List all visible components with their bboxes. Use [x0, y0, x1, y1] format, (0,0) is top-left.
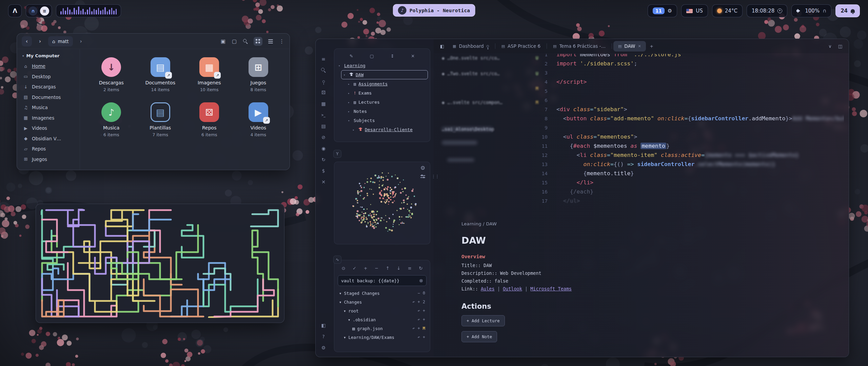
explorer-item-subjects[interactable]: ▾Subjects [346, 116, 428, 125]
launcher-button[interactable]: Λ [8, 4, 22, 17]
explorer-item-exams[interactable]: ▸!Exams [346, 88, 428, 98]
note-link-outlook[interactable]: Outlook [503, 286, 522, 291]
note-link-microsoft-teams[interactable]: Microsoft Teams [530, 286, 572, 291]
camera-icon[interactable]: ◉ [319, 144, 328, 153]
sidebar-item-imagenes[interactable]: ▦Imagenes [20, 113, 76, 123]
updates-widget[interactable]: 11 ⚙ [648, 4, 677, 17]
git-badge[interactable]: + [418, 300, 420, 304]
new-tab-button[interactable]: + [647, 42, 656, 50]
graph-tools-button[interactable]: ∿ [333, 256, 341, 264]
git-badge[interactable]: + [423, 335, 425, 340]
book-icon[interactable]: ▤ [319, 122, 328, 130]
dice-icon[interactable]: ⚄ [319, 88, 328, 97]
now-playing-widget[interactable]: ♪ Polyphia - Neurotica [393, 4, 475, 17]
tab-daw[interactable]: ▤DAW✕ [613, 41, 646, 52]
folder-musica[interactable]: ♪Musica6 items [87, 98, 136, 140]
breadcrumb[interactable]: ⌂ matt [48, 36, 73, 46]
sync-icon[interactable]: ↻ [319, 155, 328, 164]
folder-descargas[interactable]: ↓Descargas2 items [87, 53, 136, 95]
git-row-actions[interactable]: ↶+2 [412, 300, 425, 304]
changelist-icon[interactable]: ≡ [407, 264, 413, 272]
terminal-icon[interactable]: >_ [319, 110, 328, 119]
git-item-graph-json[interactable]: ▤graph.json↶+M [337, 324, 427, 333]
search-icon[interactable] [319, 66, 328, 75]
sidebar-item-desktop[interactable]: ▭Desktop [20, 72, 76, 82]
tab-tema-6-pr-cticas-[interactable]: ▤Tema 6 Prácticas -… [548, 41, 610, 52]
v​ault-switcher-icon[interactable]: ◧ [319, 321, 328, 330]
sidebar-section-title[interactable]: ▾My Computer [20, 52, 76, 61]
graph-settings-icon[interactable]: ⚙ [419, 164, 427, 171]
note-link-aules[interactable]: Aules [481, 286, 495, 291]
files-icon[interactable]: ≡ [319, 55, 328, 63]
tab-dashboard[interactable]: ▦Dashboard [448, 41, 494, 52]
menu-icon[interactable]: ⋮ [279, 37, 285, 46]
currency-icon[interactable]: $ [319, 166, 328, 175]
graph-view[interactable] [334, 162, 430, 244]
sidebar-item-musica[interactable]: ♫Musica [20, 102, 76, 113]
tab-overflow-icon[interactable]: ∨ [826, 42, 834, 50]
action-button--add-note[interactable]: + Add Note [461, 331, 497, 342]
back-button[interactable]: ‹ [22, 36, 32, 46]
git-badge[interactable]: 2 [423, 300, 425, 304]
notes-icon[interactable]: ≡ [40, 6, 49, 16]
volume-widget[interactable]: 100% ∩ [791, 4, 831, 17]
pull-icon[interactable]: ↓ [396, 264, 402, 272]
action-button--add-lecture[interactable]: + Add Lecture [461, 315, 505, 326]
stage-all-icon[interactable]: + [362, 264, 369, 272]
tab-asp-practice-6[interactable]: ▤ASP Practice 6 [497, 41, 545, 52]
headset-icon[interactable]: ∩ [28, 6, 38, 16]
git-row-actions[interactable]: ↶+M [412, 326, 425, 331]
explorer-item-lectures[interactable]: ▸▤Lectures [346, 98, 428, 107]
sidebar-item-obsidian-v-[interactable]: ◆Obsidian V… [20, 134, 76, 144]
sidebar-item-videos[interactable]: ▶Videos [20, 123, 76, 134]
git-badge[interactable]: + [423, 308, 425, 313]
sidebar-item-home[interactable]: ⌂Home [20, 61, 76, 72]
unstage-all-icon[interactable]: − [374, 264, 380, 272]
panel-resize-handle[interactable]: ⋮⋮ [431, 174, 439, 179]
broken-link-icon[interactable]: ⊘ [319, 133, 328, 142]
pin-icon[interactable] [319, 77, 328, 86]
collapse-icon[interactable]: ✕ [410, 52, 416, 60]
sidebar-item-juegos[interactable]: ⊞Juegos [20, 154, 76, 165]
explorer-item-assignments[interactable]: ▸▤Assignments [346, 79, 428, 88]
git-row-actions[interactable]: ↶+ [418, 335, 425, 340]
git-item-learning-daw-exams[interactable]: ▾Learning/DAW/Exams↶+ [337, 333, 427, 342]
git-badge[interactable]: ↶ [418, 308, 420, 313]
folder-repos[interactable]: ⚄Repos6 items [185, 98, 234, 140]
help-icon[interactable]: ? [319, 332, 328, 341]
notifications-widget[interactable]: 24 [835, 4, 860, 17]
git-row-actions[interactable]: ↶+ [418, 317, 425, 322]
git-row-actions[interactable]: ↶+ [418, 308, 425, 313]
clock-widget[interactable]: 18:08:28 [747, 4, 787, 17]
graph-filter-icon[interactable] [419, 173, 427, 180]
calendar-icon[interactable]: ▦ [319, 99, 328, 108]
refresh-icon[interactable]: ↻ [418, 264, 424, 272]
new-folder-icon[interactable]: ▢ [369, 52, 375, 60]
git-badge[interactable]: ↶ [412, 326, 415, 331]
keyboard-layout-widget[interactable]: US [681, 4, 708, 17]
git-badge[interactable]: ↶ [412, 300, 415, 304]
git-item-changes[interactable]: ▾Changes↶+2 [337, 298, 427, 306]
note-breadcrumb[interactable]: Learning / DAW [461, 221, 726, 226]
git-badge[interactable]: + [418, 326, 420, 331]
push-icon[interactable]: ↑ [384, 264, 391, 272]
git-badge[interactable]: 0 [423, 291, 425, 296]
folder-juegos[interactable]: ⊞Juegos8 items [234, 53, 283, 95]
explorer-item-daw[interactable]: ▾DAW [341, 70, 428, 79]
sidebar-toggle-icon[interactable]: ◧ [438, 42, 447, 50]
git-badge[interactable]: ↶ [418, 335, 420, 340]
sidebar-item-documentos[interactable]: ▤Documentos [20, 92, 76, 103]
git-branch-button[interactable]: Y [333, 150, 341, 158]
commit-icon[interactable]: ✓ [352, 264, 358, 272]
git-item-staged-changes[interactable]: ▾Staged Changes−0 [337, 289, 427, 298]
explorer-item-notes[interactable]: ▸Notes [346, 107, 428, 116]
folder-documentos[interactable]: ▤↗Documentos14 items [136, 53, 185, 95]
split-pane-icon[interactable]: ◫ [836, 42, 845, 50]
new-note-icon[interactable]: ✎ [348, 52, 354, 60]
git-badge[interactable]: − [418, 291, 420, 296]
sidebar-item-repos[interactable]: ▱Repos [20, 144, 76, 154]
git-item-root[interactable]: ▾root↶+ [337, 306, 427, 315]
forward-button[interactable]: › [35, 36, 45, 46]
random-note-icon[interactable]: ✕ [319, 178, 328, 186]
explorer-item-desarrollo-cliente[interactable]: ▸Desarrollo-Cliente [351, 125, 428, 134]
